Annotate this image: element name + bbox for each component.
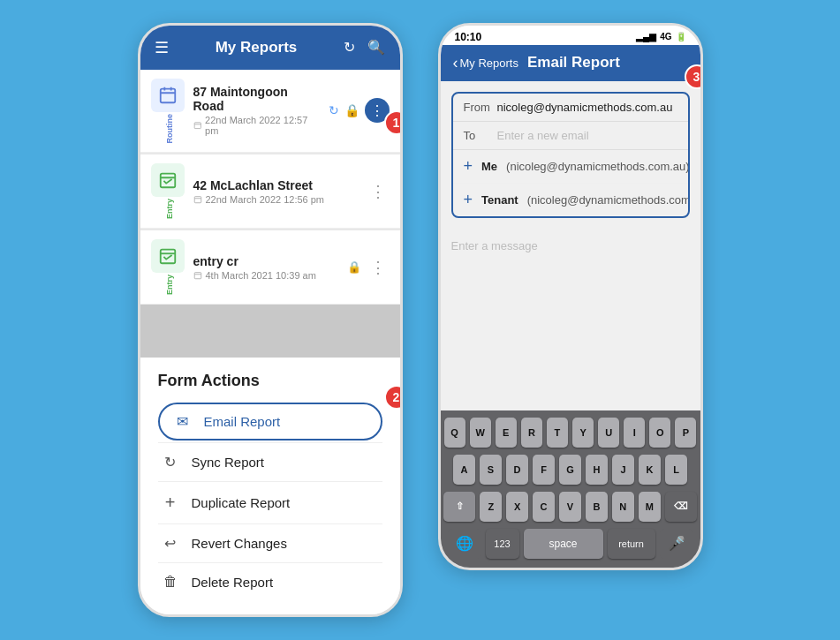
key-u[interactable]: U: [598, 418, 619, 448]
key-s[interactable]: S: [480, 455, 502, 485]
recipient-me-email: (nicoleg@dynamicmethods.com.au): [506, 160, 689, 173]
status-icons: ▂▄▆ 4G 🔋: [636, 32, 685, 41]
report-item-title: entry cr: [193, 254, 338, 268]
recipient-me-name: Me: [481, 160, 497, 173]
key-k[interactable]: K: [639, 455, 661, 485]
svg-rect-10: [160, 250, 175, 264]
report-item-text: 42 McLachlan Street 22nd March 2022 12:5…: [193, 178, 358, 205]
keyboard-row-3: ⇧ Z X C V B N M ⌫: [444, 492, 697, 522]
delete-report-label: Delete Report: [192, 575, 274, 590]
app-title: My Reports: [216, 39, 298, 56]
key-o[interactable]: O: [649, 418, 670, 448]
report-item-text: 87 Maintongoon Road 22nd March 2022 12:5…: [193, 85, 320, 136]
time: 10:10: [455, 31, 482, 43]
keyboard-bottom-row: 🌐 123 space return 🎤: [444, 529, 697, 559]
key-globe[interactable]: 🌐: [448, 529, 481, 559]
report-item[interactable]: Entry entry cr 4th March 2021 10:39 am 🔒…: [140, 230, 400, 305]
back-button[interactable]: ‹ My Reports: [453, 54, 518, 72]
key-m[interactable]: M: [639, 492, 661, 522]
gray-filler: [140, 305, 400, 358]
header-icons: ↻ 🔍: [344, 39, 385, 56]
from-label: From: [464, 101, 490, 114]
key-mic[interactable]: 🎤: [660, 529, 693, 559]
recipient-tenant[interactable]: + Tenant (nicoleg@dynamicmethods.com.au): [453, 184, 688, 216]
key-q[interactable]: Q: [444, 418, 465, 448]
report-tag: Routine: [165, 114, 174, 144]
revert-changes-button[interactable]: ↩ Revert Changes: [158, 524, 382, 562]
key-h[interactable]: H: [586, 455, 608, 485]
keyboard-row-1: Q W E R T Y U I O P: [444, 418, 697, 448]
key-j[interactable]: J: [612, 455, 634, 485]
key-i[interactable]: I: [624, 418, 645, 448]
chevron-left-icon: ‹: [453, 54, 458, 72]
recipient-tenant-email: (nicoleg@dynamicmethods.com.au): [527, 193, 690, 207]
email-from-row: From nicoleg@dynamicmethods.com.au: [453, 94, 688, 122]
network-type: 4G: [660, 32, 671, 41]
email-icon: ✉: [174, 413, 192, 430]
report-list: Routine 87 Maintongoon Road 22nd March 2…: [140, 70, 400, 358]
recipient-me[interactable]: + Me (nicoleg@dynamicmethods.com.au): [453, 150, 688, 184]
key-n[interactable]: N: [612, 492, 634, 522]
duplicate-report-button[interactable]: + Duplicate Report: [158, 482, 382, 523]
key-b[interactable]: B: [586, 492, 608, 522]
delete-report-button[interactable]: 🗑 Delete Report: [158, 563, 382, 600]
delete-icon: 🗑: [162, 574, 179, 590]
recipient-tenant-name: Tenant: [481, 193, 518, 207]
status-bar: 10:10 ▂▄▆ 4G 🔋: [441, 26, 700, 45]
key-return[interactable]: return: [608, 529, 655, 559]
svg-rect-12: [194, 272, 201, 278]
report-item[interactable]: Routine 87 Maintongoon Road 22nd March 2…: [140, 70, 400, 154]
email-report-button[interactable]: ✉ Email Report: [158, 403, 382, 440]
key-l[interactable]: L: [665, 455, 687, 485]
keyboard: Q W E R T Y U I O P A S D F G: [441, 410, 700, 568]
svg-rect-8: [194, 196, 201, 202]
report-item[interactable]: Entry 42 McLachlan Street 22nd March 202…: [140, 154, 400, 229]
report-item-date: 22nd March 2022 12:56 pm: [193, 194, 358, 205]
key-e[interactable]: E: [496, 418, 517, 448]
key-d[interactable]: D: [506, 455, 528, 485]
report-tag: Entry: [165, 275, 174, 295]
svg-rect-6: [160, 174, 175, 188]
sync-report-icon: ↻: [162, 454, 179, 471]
search-icon[interactable]: 🔍: [367, 39, 385, 56]
svg-rect-4: [194, 123, 201, 129]
message-input[interactable]: Enter a message: [441, 229, 700, 264]
report-tag: Entry: [165, 199, 174, 219]
key-space[interactable]: space: [524, 529, 603, 559]
key-c[interactable]: C: [533, 492, 555, 522]
to-label: To: [464, 129, 490, 142]
svg-rect-0: [160, 88, 175, 102]
email-report-label: Email Report: [204, 414, 281, 429]
revert-icon: ↩: [162, 535, 179, 552]
report-item-actions: 🔒 ⋮: [347, 256, 390, 279]
item-menu-button[interactable]: ⋮: [367, 180, 390, 203]
key-t[interactable]: T: [547, 418, 568, 448]
key-w[interactable]: W: [470, 418, 491, 448]
key-y[interactable]: Y: [572, 418, 594, 448]
key-shift[interactable]: ⇧: [443, 492, 475, 522]
key-f[interactable]: F: [533, 455, 555, 485]
duplicate-icon: +: [162, 493, 179, 513]
form-actions-title: Form Actions: [158, 372, 382, 390]
key-r[interactable]: R: [521, 418, 542, 448]
key-delete[interactable]: ⌫: [665, 492, 697, 522]
key-z[interactable]: Z: [480, 492, 502, 522]
duplicate-report-label: Duplicate Report: [192, 495, 291, 510]
item-sync-icon: ↻: [329, 103, 339, 117]
item-menu-button[interactable]: ⋮: [367, 256, 390, 279]
menu-icon[interactable]: ☰: [155, 38, 169, 57]
sync-report-button[interactable]: ↻ Sync Report: [158, 443, 382, 481]
key-p[interactable]: P: [675, 418, 696, 448]
key-a[interactable]: A: [453, 455, 475, 485]
email-report-header-title: Email Report: [527, 54, 620, 72]
signal-bars: ▂▄▆: [636, 32, 656, 41]
revert-changes-label: Revert Changes: [192, 536, 287, 551]
key-g[interactable]: G: [559, 455, 581, 485]
key-v[interactable]: V: [559, 492, 581, 522]
report-item-title: 42 McLachlan Street: [193, 178, 358, 192]
key-x[interactable]: X: [506, 492, 528, 522]
sync-icon[interactable]: ↻: [344, 39, 355, 56]
key-numbers[interactable]: 123: [486, 529, 519, 559]
email-to-row[interactable]: To Enter a new email: [453, 122, 688, 150]
from-value: nicoleg@dynamicmethods.com.au: [497, 101, 673, 114]
